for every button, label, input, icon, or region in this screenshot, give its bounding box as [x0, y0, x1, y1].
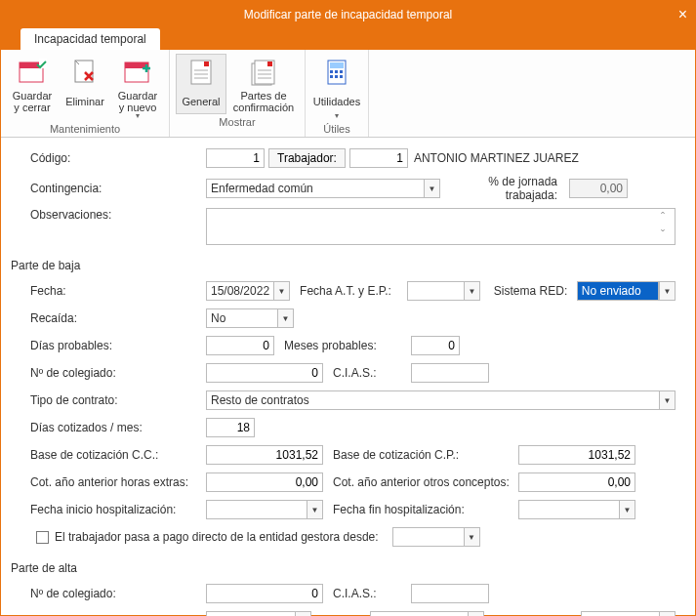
svg-rect-22: [330, 75, 333, 78]
document-stack-icon: [248, 57, 279, 88]
alta-cias-label: C.I.A.S.:: [333, 587, 411, 600]
fecha-atep-input[interactable]: ▼: [407, 281, 480, 301]
pct-jornada-label: % de jornada trabajada:: [460, 175, 557, 202]
recaida-value: No: [207, 309, 277, 327]
tipo-contrato-value: Resto de contratos: [207, 391, 659, 409]
save-new-button[interactable]: Guardar y nuevo ▾: [112, 54, 163, 121]
trabajador-name: ANTONIO MARTINEZ JUAREZ: [414, 151, 579, 165]
chevron-down-icon[interactable]: ▼: [659, 282, 675, 300]
alta-sistema-red-value: No enviado: [582, 612, 659, 616]
save-close-button[interactable]: Guardar y cerrar: [7, 54, 58, 121]
tipo-contrato-combo[interactable]: Resto de contratos ▼: [206, 390, 676, 410]
chevron-down-icon[interactable]: ▼: [295, 612, 310, 616]
chevron-down-icon[interactable]: ▼: [464, 528, 479, 546]
chevron-down-icon[interactable]: ▼: [464, 282, 479, 300]
section-alta: Parte de alta: [11, 561, 676, 575]
ribbon-group-label: Mantenimiento: [50, 121, 120, 135]
partes-confirmacion-label: Partes de confirmación: [233, 90, 294, 113]
chevron-down-icon[interactable]: ▼: [307, 501, 322, 518]
cot-oc-label: Cot. año anterior otros conceptos:: [333, 475, 518, 489]
general-button[interactable]: General: [176, 54, 226, 114]
baja-colegiado-label: Nº de colegiado:: [20, 366, 206, 380]
chevron-down-icon[interactable]: ▾: [136, 111, 140, 120]
contingencia-value: Enfermedad común: [207, 180, 424, 197]
chevron-down-icon[interactable]: ▼: [273, 282, 289, 300]
chevron-down-icon[interactable]: ▼: [277, 309, 293, 327]
observaciones-input[interactable]: ˆˇ: [206, 208, 676, 245]
utilidades-button[interactable]: Utilidades ▾: [311, 54, 362, 121]
chevron-down-icon[interactable]: ▾: [335, 111, 339, 120]
codigo-input[interactable]: [206, 148, 265, 168]
delete-button[interactable]: Eliminar: [60, 54, 110, 121]
tab-incapacidad-temporal[interactable]: Incapacidad temporal: [20, 28, 160, 50]
baja-fecha-label: Fecha:: [20, 284, 206, 298]
delete-icon: [69, 57, 101, 88]
pago-directo-label: El trabajador pasa a pago directo de la …: [55, 530, 379, 544]
utilidades-label: Utilidades: [313, 90, 360, 113]
scroll-icon[interactable]: ˆˇ: [661, 211, 673, 242]
ribbon: Guardar y cerrar Eliminar Guardar y nuev…: [1, 50, 695, 138]
ribbon-group-utiles: Utilidades ▾ Útiles: [306, 50, 369, 137]
baja-sistema-red-value: No enviado: [578, 282, 658, 300]
baja-sistema-red-dropdown[interactable]: ▼: [659, 281, 676, 301]
window-title: Modificar parte de incapacidad temporal: [244, 8, 452, 21]
chevron-down-icon[interactable]: ▼: [619, 501, 635, 518]
close-icon[interactable]: ×: [678, 1, 687, 28]
document-icon: [185, 57, 217, 88]
svg-rect-13: [267, 62, 272, 66]
alta-fecha-input[interactable]: ▼: [206, 611, 311, 616]
pago-directo-checkbox[interactable]: [36, 531, 49, 544]
contingencia-label: Contingencia:: [20, 182, 206, 195]
baja-colegiado-input[interactable]: [206, 363, 323, 383]
alta-colegiado-input[interactable]: [206, 584, 323, 603]
hosp-fin-input[interactable]: ▼: [518, 500, 635, 519]
cot-he-label: Cot. año anterior horas extras:: [20, 475, 206, 489]
hosp-ini-input[interactable]: ▼: [206, 500, 323, 519]
pct-jornada-input: [569, 179, 628, 198]
alta-causa-combo[interactable]: ▼: [370, 611, 484, 616]
cot-oc-input[interactable]: [518, 472, 635, 492]
alta-colegiado-label: Nº de colegiado:: [20, 587, 206, 600]
contingencia-combo[interactable]: Enfermedad común ▼: [206, 179, 440, 198]
svg-rect-24: [340, 75, 343, 78]
base-cp-input[interactable]: [518, 445, 635, 465]
pago-directo-value: [393, 528, 464, 546]
chevron-down-icon[interactable]: ▼: [659, 612, 675, 616]
svg-rect-21: [340, 70, 343, 73]
baja-fecha-input[interactable]: 15/08/2022 ▼: [206, 281, 290, 301]
dias-probables-label: Días probables:: [20, 339, 206, 352]
cot-he-input[interactable]: [206, 472, 323, 492]
calculator-icon: [321, 57, 352, 88]
trabajador-code-input[interactable]: [349, 148, 408, 168]
meses-probables-label: Meses probables:: [284, 339, 411, 352]
svg-rect-20: [335, 70, 338, 73]
chevron-down-icon[interactable]: ▼: [659, 391, 675, 409]
section-baja: Parte de baja: [11, 259, 676, 272]
hosp-fin-label: Fecha fin hospitalización:: [333, 503, 518, 516]
recaida-combo[interactable]: No ▼: [206, 308, 294, 328]
base-cc-label: Base de cotización C.C.:: [20, 448, 206, 462]
alta-cias-input[interactable]: [411, 584, 489, 603]
baja-sistema-red-combo[interactable]: No enviado: [577, 281, 659, 301]
meses-probables-input[interactable]: [411, 336, 460, 355]
dias-cotizados-input[interactable]: [206, 418, 255, 437]
partes-confirmacion-button[interactable]: Partes de confirmación: [228, 54, 299, 114]
svg-rect-7: [204, 62, 209, 66]
chevron-down-icon[interactable]: ▼: [424, 180, 439, 197]
baja-cias-input[interactable]: [411, 363, 489, 383]
baja-sistema-red-label: Sistema RED:: [494, 284, 577, 298]
trabajador-button[interactable]: Trabajador:: [268, 148, 346, 168]
chevron-down-icon[interactable]: ▼: [468, 612, 483, 616]
svg-rect-19: [330, 70, 333, 73]
base-cc-input[interactable]: [206, 445, 323, 465]
dias-probables-input[interactable]: [206, 336, 274, 355]
fecha-atep-value: [408, 282, 464, 300]
ribbon-group-mantenimiento: Guardar y cerrar Eliminar Guardar y nuev…: [1, 50, 170, 137]
recaida-label: Recaída:: [20, 311, 206, 325]
save-close-label: Guardar y cerrar: [13, 90, 52, 113]
ribbon-group-label: Mostrar: [219, 114, 255, 128]
pago-directo-date[interactable]: ▼: [392, 527, 480, 547]
alta-sistema-red-combo[interactable]: No enviado ▼: [581, 611, 676, 616]
delete-label: Eliminar: [65, 90, 104, 113]
form-area: Código: Trabajador: ANTONIO MARTINEZ JUA…: [1, 138, 695, 616]
